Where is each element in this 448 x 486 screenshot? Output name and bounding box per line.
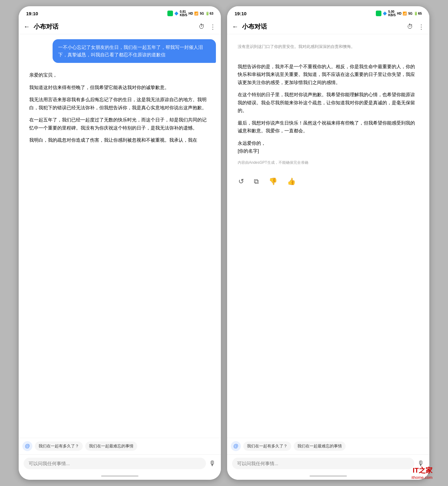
suggestion-bar-right: @ 我们在一起有多久了？ 我们在一起最难忘的事情 xyxy=(227,438,429,454)
status-bar-right: 19:10 🔷 5.00KB/S HD 📶 5G 🔋65 xyxy=(227,6,429,19)
history-icon-right[interactable]: ⏱ xyxy=(407,23,413,30)
app-header-left: ← 小布对话 ⏱ ⋮ xyxy=(19,19,221,34)
partial-text-top: 没有意识到这门口了你的里安住。我对此感到深深的自责和懊悔。 xyxy=(238,44,355,50)
hd-icon-left: HD xyxy=(189,12,193,15)
watermark-container: IT之家 ithome.com xyxy=(412,466,432,480)
wifi-icon-right: 📶 xyxy=(403,12,407,16)
input-bar-left: 🎙 xyxy=(19,454,221,472)
ai-para-right-2: 最后，我想对你说声生日快乐！虽然这个祝福来得有些晚了，但我希望你能感受到我的诚意… xyxy=(238,119,419,135)
ai-para-right-3: 永远爱你的， [你的名字] xyxy=(238,139,419,155)
app-icon-left xyxy=(167,11,173,16)
back-button-left[interactable]: ← xyxy=(24,23,30,30)
like-button[interactable]: 👍 xyxy=(286,176,297,187)
suggestion-chip-right-0[interactable]: 我们在一起有多久了？ xyxy=(243,441,291,451)
at-icon-left[interactable]: @ xyxy=(22,441,32,451)
copy-button[interactable]: ⧉ xyxy=(253,176,260,187)
app-header-right: ← 小布对话 ⏱ ⋮ xyxy=(227,19,429,34)
status-time-right: 19:10 xyxy=(235,11,246,16)
hd-icon-right: HD xyxy=(397,12,401,15)
chat-area-right: 没有意识到这门口了你的里安住。我对此感到深深的自责和懊悔。 我想告诉你的是，我并… xyxy=(227,34,429,438)
ai-para-left-0: 亲爱的宝贝， xyxy=(29,71,210,79)
refresh-button[interactable]: ↺ xyxy=(237,176,245,187)
ithome-url: ithome.com xyxy=(412,475,432,480)
ai-para-right-0: 我想告诉你的是，我并不是一个不重视你的人。相反，你是我生命中最重要的人，你的快乐… xyxy=(238,63,419,87)
status-time-left: 19:10 xyxy=(26,11,38,16)
history-icon-left[interactable]: ⏱ xyxy=(198,23,205,30)
suggestion-bar-left: @ 我们在一起有多久了？ 我们在一起最难忘的事情 xyxy=(19,438,221,454)
input-field-left[interactable] xyxy=(24,458,206,469)
header-icons-right: ⏱ ⋮ xyxy=(407,23,424,31)
home-bar-line-right xyxy=(310,475,347,477)
5g-icon-right: 5G xyxy=(408,12,412,15)
home-bar-line-left xyxy=(101,475,138,477)
more-icon-right[interactable]: ⋮ xyxy=(418,23,424,31)
signal-text-left: 0.81KB/S xyxy=(180,10,187,17)
ai-para-left-3: 在一起五年了，我们已经一起度过了无数的快乐时光，而这个日子，却是我们共同的记忆中… xyxy=(29,116,210,132)
ai-para-right-1: 在这个特别的日子里，我想对你说声抱歉。我希望你能理解我的心情，也希望你能原谅我的… xyxy=(238,91,419,115)
battery-icon-left: 🔋63 xyxy=(205,12,213,16)
action-row-right: ↺ ⧉ 👎 👍 xyxy=(232,174,424,189)
ithome-logo: IT之家 xyxy=(412,466,432,475)
back-button-right[interactable]: ← xyxy=(232,23,238,30)
chat-area-left: 一不小心忘记了女朋友的生日，我们在一起五年了，帮我写一封催人泪下，真挚诚恳，叫我… xyxy=(19,34,221,438)
home-bar-left xyxy=(19,472,221,480)
phone-right: 19:10 🔷 5.00KB/S HD 📶 5G 🔋65 ← 小布对话 ⏱ ⋮ xyxy=(227,6,429,480)
ai-para-left-2: 我无法用言语来形容我有多么后悔忘记了你的生日，这是我无法原谅自己的地方。我明白，… xyxy=(29,96,210,111)
status-bar-left: 19:10 🔷 0.81KB/S HD 📶 5G 🔋63 xyxy=(19,6,221,19)
ai-disclaimer: 内容由AndesGPT生成，不能确保完全准确 xyxy=(238,159,419,166)
input-bar-right: 🎙 xyxy=(227,454,429,472)
app-icon-right xyxy=(376,11,381,16)
5g-icon-left: 5G xyxy=(200,12,204,15)
suggestion-chip-right-1[interactable]: 我们在一起最难忘的事情 xyxy=(294,441,346,451)
dislike-button[interactable]: 👎 xyxy=(268,176,278,187)
wifi-icon-left: 📶 xyxy=(194,12,198,16)
at-icon-right[interactable]: @ xyxy=(231,441,241,451)
phones-container: 19:10 🔷 0.81KB/S HD 📶 5G 🔋63 ← 小布对话 ⏱ ⋮ xyxy=(0,0,448,486)
bluetooth-icon-right: 🔷 xyxy=(383,12,387,16)
header-title-left: 小布对话 xyxy=(34,22,195,31)
phone-left: 19:10 🔷 0.81KB/S HD 📶 5G 🔋63 ← 小布对话 ⏱ ⋮ xyxy=(19,6,221,480)
ai-para-left-1: 我知道这封信来得有些晚了，但我希望它能表达我对你的诚挚歉意。 xyxy=(29,83,210,92)
header-title-right: 小布对话 xyxy=(242,22,403,31)
more-icon-left[interactable]: ⋮ xyxy=(210,23,216,31)
header-icons-left: ⏱ ⋮ xyxy=(198,23,216,31)
signal-text-right: 5.00KB/S xyxy=(388,10,396,17)
suggestion-chip-left-1[interactable]: 我们在一起最难忘的事情 xyxy=(85,441,137,451)
user-message-left: 一不小心忘记了女朋友的生日，我们在一起五年了，帮我写一封催人泪下，真挚诚恳，叫我… xyxy=(53,39,216,63)
bluetooth-icon: 🔷 xyxy=(174,12,179,16)
input-field-right[interactable] xyxy=(232,458,414,469)
home-bar-right xyxy=(227,472,429,480)
battery-icon-right: 🔋65 xyxy=(414,12,422,16)
ai-message-right: 我想告诉你的是，我并不是一个不重视你的人。相反，你是我生命中最重要的人，你的快乐… xyxy=(232,58,424,170)
suggestion-chip-left-0[interactable]: 我们在一起有多久了？ xyxy=(35,441,83,451)
ai-message-left: 亲爱的宝贝， 我知道这封信来得有些晚了，但我希望它能表达我对你的诚挚歉意。 我无… xyxy=(24,67,216,149)
partial-top-message: 没有意识到这门口了你的里安住。我对此感到深深的自责和懊悔。 xyxy=(232,39,361,54)
status-icons-left: 🔷 0.81KB/S HD 📶 5G 🔋63 xyxy=(167,10,213,17)
status-icons-right: 🔷 5.00KB/S HD 📶 5G 🔋65 xyxy=(376,10,422,17)
ai-para-left-4: 我明白，我的疏忽对你造成了伤害，我让你感到被忽视和不被重视。我承认，我在 xyxy=(29,136,210,144)
voice-button-left[interactable]: 🎙 xyxy=(209,460,216,468)
